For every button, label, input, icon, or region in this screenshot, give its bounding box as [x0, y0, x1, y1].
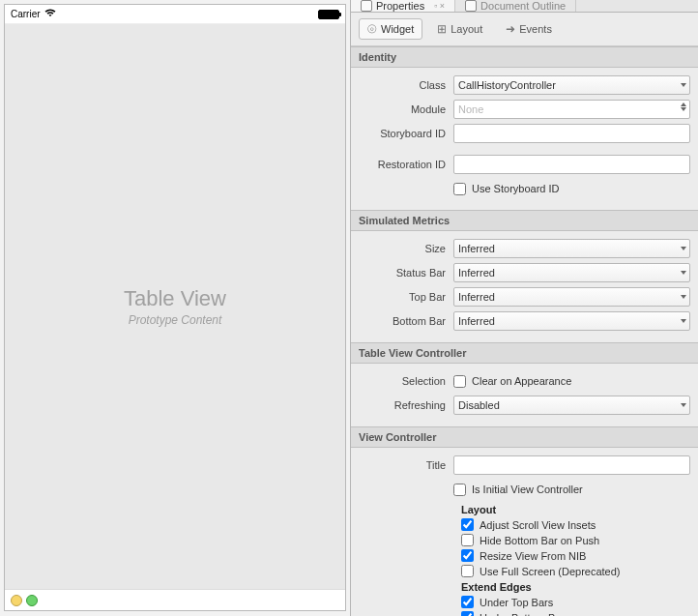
preview-status-bar: Carrier — [5, 5, 345, 24]
preview-content-subtitle: Prototype Content — [129, 313, 222, 327]
wifi-icon — [44, 9, 56, 19]
topbar-select[interactable]: Inferred — [453, 287, 690, 307]
class-select[interactable]: CallHistoryController — [453, 75, 690, 95]
statusbar-label: Status Bar — [359, 267, 453, 279]
resize-nib-checkbox[interactable] — [461, 549, 474, 562]
section-vc-header: View Controller — [351, 426, 698, 448]
sub-tab-widget-label: Widget — [381, 23, 414, 35]
vc-layout-header: Layout — [461, 504, 690, 515]
preview-dock — [5, 589, 345, 610]
clear-on-appearance-checkbox[interactable] — [453, 375, 466, 388]
clear-on-appearance-label: Clear on Appearance — [472, 375, 571, 387]
size-label: Size — [359, 243, 453, 254]
dock-dot-yellow-icon[interactable] — [11, 595, 22, 606]
class-label: Class — [359, 79, 453, 91]
under-top-checkbox[interactable] — [461, 596, 474, 608]
resize-nib-label: Resize View From NIB — [480, 550, 586, 562]
widget-icon: ⦾ — [367, 22, 377, 36]
tab-properties-label: Properties — [376, 0, 424, 12]
full-screen-label: Use Full Screen (Deprecated) — [480, 566, 621, 577]
layout-icon: ⊞ — [437, 22, 447, 36]
is-initial-checkbox[interactable] — [453, 484, 466, 496]
dock-dot-green-icon[interactable] — [26, 595, 38, 606]
properties-icon — [361, 0, 372, 12]
bottombar-select[interactable]: Inferred — [453, 311, 690, 331]
sub-tab-events-label: Events — [519, 23, 552, 35]
inspector-sub-tabs: ⦾ Widget ⊞ Layout ➜ Events — [351, 13, 698, 46]
module-field[interactable] — [453, 100, 690, 119]
design-canvas: Carrier Table View Prototype Content — [0, 0, 350, 616]
refreshing-label: Refreshing — [359, 399, 453, 411]
events-icon: ➜ — [506, 22, 515, 36]
section-simulated-metrics-header: Simulated Metrics — [351, 210, 698, 231]
panel-tab-bar: Properties ▫ × Document Outline — [351, 0, 698, 13]
restoration-id-field[interactable] — [453, 155, 690, 174]
full-screen-checkbox[interactable] — [461, 565, 474, 577]
preview-content-title: Table View — [124, 286, 226, 311]
module-label: Module — [359, 103, 453, 115]
vc-title-field[interactable] — [453, 455, 690, 475]
under-top-label: Under Top Bars — [480, 597, 553, 608]
adjust-scroll-label: Adjust Scroll View Insets — [480, 519, 596, 531]
under-bottom-label: Under Bottom Bars — [480, 612, 570, 617]
battery-icon — [318, 10, 339, 19]
preview-table-view[interactable]: Table View Prototype Content — [5, 24, 345, 589]
use-storyboard-id-label: Use Storyboard ID — [472, 183, 559, 194]
sub-tab-layout-label: Layout — [451, 23, 482, 35]
restoration-id-label: Restoration ID — [359, 159, 453, 170]
tab-document-outline[interactable]: Document Outline — [455, 0, 576, 12]
sub-tab-widget[interactable]: ⦾ Widget — [359, 18, 422, 40]
section-tvc-header: Table View Controller — [351, 342, 698, 364]
document-outline-icon — [465, 0, 477, 12]
topbar-label: Top Bar — [359, 291, 453, 303]
vc-extend-header: Extend Edges — [461, 581, 690, 593]
hide-bottom-checkbox[interactable] — [461, 534, 474, 546]
tab-properties[interactable]: Properties ▫ × — [351, 0, 455, 12]
sub-tab-layout[interactable]: ⊞ Layout — [428, 18, 491, 40]
pin-icon[interactable]: ▫ × — [434, 1, 445, 11]
section-identity-header: Identity — [351, 46, 698, 68]
statusbar-select[interactable]: Inferred — [453, 263, 690, 282]
sub-tab-events[interactable]: ➜ Events — [497, 18, 561, 40]
inspector-panel: Properties ▫ × Document Outline ⦾ Widget… — [350, 0, 698, 616]
refreshing-select[interactable]: Disabled — [453, 396, 690, 415]
is-initial-label: Is Initial View Controller — [472, 484, 583, 495]
bottombar-label: Bottom Bar — [359, 315, 453, 327]
storyboard-id-field[interactable] — [453, 124, 690, 143]
size-select[interactable]: Inferred — [453, 239, 690, 258]
hide-bottom-label: Hide Bottom Bar on Push — [480, 535, 599, 546]
carrier-label: Carrier — [11, 9, 41, 19]
phone-preview[interactable]: Carrier Table View Prototype Content — [4, 4, 346, 611]
tab-document-outline-label: Document Outline — [480, 0, 566, 12]
under-bottom-checkbox[interactable] — [461, 611, 474, 616]
storyboard-id-label: Storyboard ID — [359, 128, 453, 139]
selection-label: Selection — [359, 375, 453, 387]
use-storyboard-id-checkbox[interactable] — [453, 183, 466, 195]
vc-title-label: Title — [359, 459, 453, 471]
adjust-scroll-checkbox[interactable] — [461, 518, 474, 531]
